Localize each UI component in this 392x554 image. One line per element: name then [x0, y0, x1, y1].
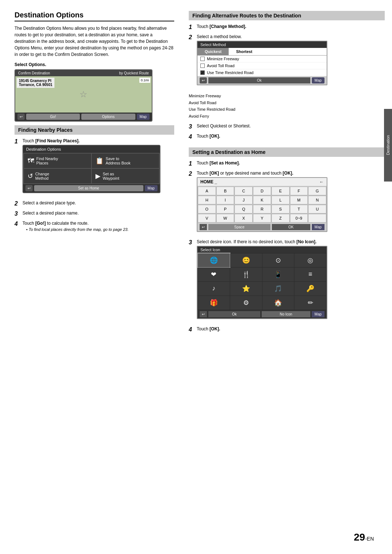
key-O[interactable]: O [198, 205, 216, 213]
icon-back-btn[interactable]: ↩ [200, 311, 207, 317]
home-step-3-number: 3 [189, 239, 197, 246]
save-icon: 📋 [95, 157, 103, 165]
map-button[interactable]: Map [137, 114, 150, 120]
method-ok-btn[interactable]: Ok [208, 77, 310, 83]
side-tab-text: Destination [386, 135, 390, 155]
backspace-icon[interactable]: ← [319, 179, 324, 184]
icon-cell-9[interactable]: ♪ [198, 282, 230, 296]
key-D[interactable]: D [253, 187, 271, 195]
find-nearby-option[interactable]: 🗺 Find NearbyPlaces [24, 154, 91, 168]
options-button[interactable]: Options [81, 114, 135, 120]
key-B[interactable]: B [216, 187, 234, 195]
key-H[interactable]: H [198, 196, 216, 204]
home-step-1-number: 1 [189, 160, 197, 167]
icon-ok-btn[interactable]: Ok [208, 311, 260, 317]
use-time-restricted-option[interactable]: ✓ Use Time Restricted Road [197, 69, 327, 76]
key-C[interactable]: C [234, 187, 253, 195]
key-W[interactable]: W [216, 214, 234, 223]
change-method-option[interactable]: ↺ ChangeMethod [24, 169, 91, 183]
save-label: Save toAddress Book [106, 156, 130, 165]
key-Q[interactable]: Q [234, 205, 253, 213]
key-L[interactable]: L [271, 196, 290, 204]
option-item-4: Avoid Ferry [189, 113, 385, 120]
minimize-freeway-checkbox[interactable] [200, 57, 205, 61]
set-waypoint-option[interactable]: ▶ Set asWaypoint [92, 169, 159, 183]
key-G[interactable]: G [308, 187, 326, 195]
shortest-tab[interactable]: Shortest [229, 48, 260, 55]
key-T[interactable]: T [290, 205, 308, 213]
alt-step-3-number: 3 [189, 123, 197, 130]
option-item-2: Avoid Toll Road [189, 99, 385, 106]
icon-cell-16[interactable]: ✏ [294, 296, 326, 310]
map-pin-icon: ☆ [79, 89, 87, 99]
kb-space-btn[interactable]: Space [208, 224, 270, 230]
key-S[interactable]: S [271, 205, 290, 213]
set-as-home-btn[interactable]: Set as Home [34, 185, 143, 191]
options-list: Minimize Freeway Avoid Toll Road Use Tim… [189, 93, 385, 120]
icon-screen-header: Select Icon [197, 247, 327, 253]
icon-cell-15[interactable]: 🏠 [262, 296, 294, 310]
icon-cell-12[interactable]: 🔑 [294, 282, 326, 296]
time-restricted-checkbox[interactable]: ✓ [200, 70, 205, 75]
icon-cell-5[interactable]: ❤ [198, 268, 230, 281]
icon-cell-13[interactable]: 🎁 [198, 296, 230, 310]
icon-cell-4[interactable]: ◎ [294, 253, 326, 267]
icon-map-btn[interactable]: Map [312, 311, 324, 317]
key-Y[interactable]: Y [253, 214, 271, 223]
icon-cell-7[interactable]: 📱 [262, 268, 294, 281]
key-R[interactable]: R [253, 205, 271, 213]
back-button[interactable]: ↩ [17, 114, 25, 120]
key-J[interactable]: J [234, 196, 253, 204]
key-I[interactable]: I [216, 196, 234, 204]
icon-cell-6[interactable]: 🍴 [230, 268, 262, 281]
key-F[interactable]: F [290, 187, 308, 195]
quickest-tab[interactable]: Quickest [197, 48, 229, 55]
key-K[interactable]: K [253, 196, 271, 204]
alt-step-4-number: 4 [189, 134, 197, 140]
minimize-freeway-option[interactable]: Minimize Freeway [197, 56, 327, 62]
avoid-toll-option[interactable]: Avoid Toll Road [197, 62, 327, 69]
alt-step-1-number: 1 [189, 24, 197, 30]
confirm-footer: ↩ Go! Options Map [15, 113, 152, 121]
map-btn[interactable]: Map [145, 185, 158, 191]
icon-cell-11[interactable]: 🎵 [262, 282, 294, 296]
avoid-toll-checkbox[interactable] [200, 64, 205, 68]
option-item-3: Use Time Restricted Road [189, 106, 385, 113]
key-Z[interactable]: Z [271, 214, 290, 223]
icon-cell-2[interactable]: 😊 [230, 253, 262, 267]
home-step-2-label: Touch [OK] or type desired name and touc… [197, 171, 385, 176]
method-back-btn[interactable]: ↩ [200, 77, 207, 83]
go-button[interactable]: Go! [26, 114, 80, 120]
key-E[interactable]: E [271, 187, 290, 195]
page-number: 29-EN [354, 531, 374, 543]
kb-back-btn[interactable]: ↩ [200, 224, 207, 230]
icon-no-icon-btn[interactable]: No Icon [262, 311, 310, 317]
alt-step-4: 4 Touch [OK]. [189, 134, 385, 140]
icon-cell-10[interactable]: ⭐ [230, 282, 262, 296]
home-step-1: 1 Touch [Set as Home]. [189, 160, 385, 167]
back-btn[interactable]: ↩ [25, 185, 33, 191]
key-P[interactable]: P [216, 205, 234, 213]
key-X[interactable]: X [234, 214, 253, 223]
key-09[interactable]: 0~9 [290, 214, 308, 223]
kb-ok-btn[interactable]: OK [272, 224, 310, 230]
select-icon-screen: Select Icon 🌐 😊 ⊙ ◎ ❤ 🍴 📱 ≡ ♪ [197, 246, 327, 319]
key-M[interactable]: M [290, 196, 308, 204]
icon-cell-8[interactable]: ≡ [294, 268, 326, 281]
icon-cell-3[interactable]: ⊙ [262, 253, 294, 267]
home-step-4-label: Touch [OK]. [197, 326, 385, 331]
key-A[interactable]: A [198, 187, 216, 195]
method-map-btn[interactable]: Map [312, 77, 324, 83]
kb-map-btn[interactable]: Map [312, 224, 324, 230]
alt-step-4-label: Touch [OK]. [197, 134, 385, 139]
alt-step-2: 2 Select a method below. Select Method Q… [189, 34, 385, 89]
icon-cell-1[interactable]: 🌐 [198, 253, 230, 267]
key-N[interactable]: N [308, 196, 326, 204]
key-V[interactable]: V [198, 214, 216, 223]
step-3-number: 3 [15, 211, 23, 217]
icon-cell-14[interactable]: ⚙ [230, 296, 262, 310]
alt-step-1: 1 Touch [Change Method]. [189, 24, 385, 30]
waypoint-icon: ▶ [95, 172, 101, 180]
save-to-address-option[interactable]: 📋 Save toAddress Book [92, 154, 159, 168]
key-U[interactable]: U [308, 205, 326, 213]
